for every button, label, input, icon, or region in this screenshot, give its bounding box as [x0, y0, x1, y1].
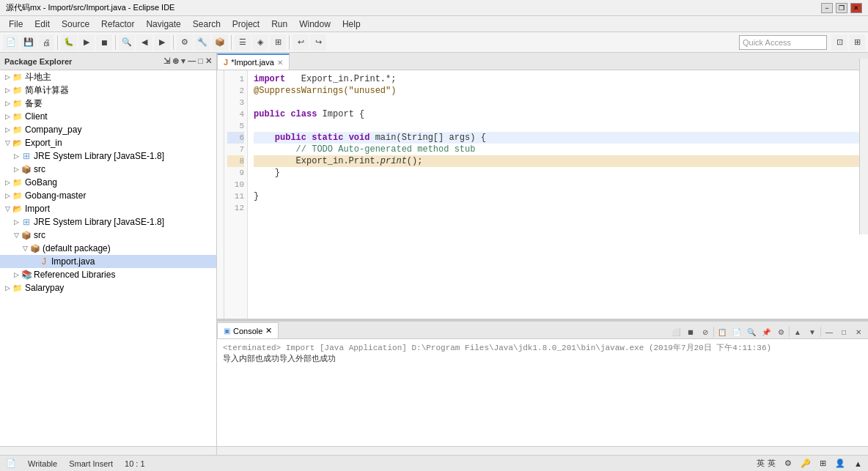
perspective-btn[interactable]: ⊡: [831, 34, 847, 51]
expand-import[interactable]: ▽: [3, 205, 12, 212]
link-editor-icon[interactable]: ⊛: [172, 56, 179, 66]
menu-source[interactable]: Source: [56, 18, 95, 31]
quick-access-input[interactable]: Quick Access: [739, 35, 827, 50]
forward-btn[interactable]: ▶: [154, 34, 170, 51]
toolbar-btn1[interactable]: ⚙: [177, 34, 193, 51]
expand-default-pkg[interactable]: ▽: [21, 245, 29, 252]
status-icon1[interactable]: ⚙: [784, 459, 792, 468]
status-icon2[interactable]: 🔑: [801, 459, 811, 468]
menu-bar: File Edit Source Refactor Navigate Searc…: [0, 16, 868, 32]
expand-jre-import[interactable]: ▷: [12, 218, 21, 226]
toolbar-btn7[interactable]: ↩: [293, 34, 309, 51]
sidebar-maximize-icon[interactable]: □: [198, 56, 203, 66]
toolbar-btn4[interactable]: ☰: [235, 34, 251, 51]
back-btn[interactable]: ◀: [136, 34, 152, 51]
tree-item-doudi[interactable]: ▷ 📁 斗地主: [0, 70, 216, 84]
editor-tab-import-java[interactable]: J *Import.java ✕: [217, 53, 290, 70]
tree-view: ▷ 📁 斗地主 ▷ 📁 简单计算器 ▷ 📁 备要 ▷: [0, 70, 216, 446]
tree-item-src-import[interactable]: ▽ 📦 src: [0, 229, 216, 242]
console-find-btn[interactable]: 🔍: [745, 325, 758, 338]
tree-item-import[interactable]: ▽ 📂 Import: [0, 202, 216, 215]
console-close-btn[interactable]: ✕: [852, 325, 865, 338]
status-icon4[interactable]: 👤: [835, 459, 845, 468]
menu-search[interactable]: Search: [187, 18, 227, 31]
console-nav-down[interactable]: ▼: [806, 325, 819, 338]
console-settings-btn[interactable]: ⚙: [774, 325, 787, 338]
expand-companypay[interactable]: ▷: [3, 126, 12, 133]
menu-file[interactable]: File: [3, 18, 29, 31]
tree-item-gobangmaster[interactable]: ▷ 📁 Gobang-master: [0, 189, 216, 202]
tree-item-jre-import[interactable]: ▷ ⊞ JRE System Library [JavaSE-1.8]: [0, 215, 216, 229]
tree-item-salarypay[interactable]: ▷ 📁 Salarypay: [0, 281, 216, 294]
expand-beiyao[interactable]: ▷: [3, 100, 12, 107]
expand-exportin[interactable]: ▽: [3, 139, 12, 147]
tree-item-exportin[interactable]: ▽ 📂 Export_in: [0, 136, 216, 149]
expand-salarypay[interactable]: ▷: [3, 284, 12, 292]
sidebar-minimize-icon[interactable]: —: [188, 56, 196, 66]
console-copy-btn[interactable]: 📋: [716, 325, 729, 338]
expand-ref-libs[interactable]: ▷: [12, 271, 21, 278]
menu-project[interactable]: Project: [227, 18, 265, 31]
menu-refactor[interactable]: Refactor: [95, 18, 140, 31]
status-icon3[interactable]: ⊞: [820, 459, 826, 468]
tree-item-default-pkg[interactable]: ▽ 📦 (default package): [0, 242, 216, 255]
view-btn[interactable]: ⊞: [849, 34, 865, 51]
console-minimize-btn[interactable]: —: [823, 325, 836, 338]
console-pin-btn[interactable]: 📌: [760, 325, 773, 338]
tree-item-beiyao[interactable]: ▷ 📁 备要: [0, 97, 216, 110]
tree-item-calculator[interactable]: ▷ 📁 简单计算器: [0, 84, 216, 97]
toolbar-btn3[interactable]: 📦: [212, 34, 228, 51]
close-button[interactable]: ✕: [850, 3, 862, 13]
console-stop-btn[interactable]: ⏹: [684, 325, 697, 338]
console-clear-btn[interactable]: ⬜: [669, 325, 683, 338]
maximize-button[interactable]: ❐: [836, 3, 847, 13]
toolbar-btn6[interactable]: ⊞: [270, 34, 286, 51]
tree-item-client[interactable]: ▷ 📁 Client: [0, 110, 216, 123]
view-menu-icon[interactable]: ▾: [181, 56, 185, 66]
status-icon5[interactable]: ▲: [854, 459, 862, 468]
run-button[interactable]: ▶: [78, 34, 95, 51]
console-terminate-btn[interactable]: ⊘: [699, 325, 712, 338]
sidebar-close-icon[interactable]: ✕: [205, 56, 212, 66]
print-button[interactable]: 🖨: [38, 34, 54, 51]
stop-button[interactable]: ⏹: [96, 34, 112, 51]
debug-button[interactable]: 🐛: [61, 34, 77, 51]
expand-gobangmaster[interactable]: ▷: [3, 192, 12, 199]
toolbar-btn5[interactable]: ◈: [252, 34, 268, 51]
expand-client[interactable]: ▷: [3, 113, 12, 120]
expand-src-exportin[interactable]: ▷: [12, 166, 21, 173]
code-editor[interactable]: import Export_in.Print.*;@SuppressWarnin…: [248, 70, 868, 319]
tree-item-gobang[interactable]: ▷ 📁 GoBang: [0, 176, 216, 189]
new-button[interactable]: 📄: [3, 34, 19, 51]
expand-doudi[interactable]: ▷: [3, 73, 12, 81]
sidebar-h-scrollbar[interactable]: [0, 446, 216, 455]
console-maximize-btn[interactable]: □: [837, 325, 850, 338]
toolbar-btn8[interactable]: ↪: [310, 34, 326, 51]
menu-window[interactable]: Window: [293, 18, 336, 31]
menu-help[interactable]: Help: [336, 18, 367, 31]
console-tab-close[interactable]: ✕: [265, 326, 272, 335]
expand-src-import[interactable]: ▽: [12, 231, 21, 239]
toolbar-btn2[interactable]: 🔧: [194, 34, 210, 51]
console-paste-btn[interactable]: 📄: [730, 325, 743, 338]
collapse-all-icon[interactable]: ⇲: [163, 56, 170, 66]
tree-item-ref-libs[interactable]: ▷ 📚 Referenced Libraries: [0, 268, 216, 281]
expand-calculator[interactable]: ▷: [3, 86, 12, 94]
tree-item-import-java[interactable]: J Import.java: [0, 255, 216, 268]
expand-jre-exportin[interactable]: ▷: [12, 152, 21, 160]
console-nav-up[interactable]: ▲: [791, 325, 804, 338]
editor-tab-close[interactable]: ✕: [277, 59, 283, 67]
editor-v-scrollbar[interactable]: [859, 59, 868, 234]
console-tab[interactable]: ▣ Console ✕: [217, 322, 279, 338]
search-btn[interactable]: 🔍: [119, 34, 135, 51]
menu-navigate[interactable]: Navigate: [140, 18, 186, 31]
tree-item-src-exportin[interactable]: ▷ 📦 src: [0, 163, 216, 176]
expand-gobang[interactable]: ▷: [3, 179, 12, 186]
tree-item-jre-exportin[interactable]: ▷ ⊞ JRE System Library [JavaSE-1.8]: [0, 149, 216, 163]
menu-run[interactable]: Run: [265, 18, 293, 31]
minimize-button[interactable]: −: [821, 3, 833, 13]
save-button[interactable]: 💾: [21, 34, 37, 51]
tree-item-companypay[interactable]: ▷ 📁 Company_pay: [0, 123, 216, 136]
editor-h-scrollbar[interactable]: [217, 446, 868, 455]
menu-edit[interactable]: Edit: [29, 18, 56, 31]
